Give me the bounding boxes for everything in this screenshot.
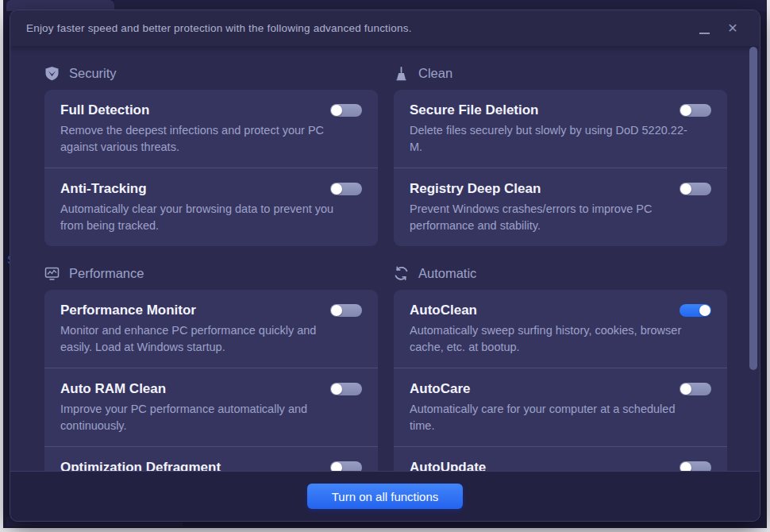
section-title: Security [69, 66, 117, 81]
toggle-knob [680, 105, 691, 116]
toggle-knob [331, 384, 342, 395]
function-description: Automatically care for your computer at … [410, 401, 695, 434]
function-toggle[interactable] [680, 383, 711, 395]
function-toggle[interactable] [680, 304, 711, 317]
section-card: AutoClean Automatically sweep surfing hi… [394, 290, 727, 471]
function-toggle[interactable] [680, 183, 711, 195]
section-security: Security Full Detection Remove the deepe… [44, 46, 378, 246]
toggle-knob [680, 462, 691, 471]
section-title: Performance [69, 266, 144, 281]
function-toggle[interactable] [330, 183, 362, 195]
function-name: Secure File Deletion [410, 101, 670, 120]
function-item: Full Detection Remove the deepest infect… [44, 90, 378, 168]
function-description: Delete files securely but slowly by usin… [410, 122, 695, 156]
toggle-knob [680, 384, 691, 395]
broom-icon [394, 66, 409, 81]
function-description: Automatically sweep surfing history, coo… [410, 322, 695, 356]
toggle-knob [331, 462, 342, 471]
toggle-knob [680, 183, 691, 195]
function-toggle[interactable] [680, 104, 711, 117]
function-item: AutoCare Automatically care for your com… [394, 368, 727, 446]
function-name: Full Detection [60, 101, 321, 120]
dialog-titlebar: Enjoy faster speed and better protection… [10, 10, 760, 46]
function-name: Anti-Tracking [60, 179, 321, 199]
function-item: Anti-Tracking Automatically clear your b… [44, 168, 378, 246]
function-description: Remove the deepest infections and protec… [60, 122, 346, 156]
dialog-content: Security Full Detection Remove the deepe… [10, 46, 760, 471]
section-card: Performance Monitor Monitor and enhance … [44, 290, 378, 471]
function-item: Secure File Deletion Delete files secure… [394, 90, 727, 168]
performance-icon [44, 266, 60, 281]
section-card: Full Detection Remove the deepest infect… [44, 90, 378, 246]
function-toggle[interactable] [330, 461, 362, 471]
section-title: Automatic [418, 266, 476, 281]
function-toggle[interactable] [330, 304, 362, 317]
toggle-knob [331, 105, 342, 116]
function-name: Registry Deep Clean [410, 179, 670, 199]
dialog-footer: Turn on all functions [10, 471, 760, 521]
function-item: AutoClean Automatically sweep surfing hi… [394, 290, 727, 368]
advanced-functions-dialog: Enjoy faster speed and better protection… [10, 10, 760, 522]
function-toggle[interactable] [330, 104, 362, 117]
section-automatic: Automatic AutoClean Automatically sweep … [394, 246, 727, 471]
function-item: Registry Deep Clean Prevent Windows cras… [394, 168, 727, 246]
dialog-title: Enjoy faster speed and better protection… [26, 22, 412, 34]
function-item: Auto RAM Clean Improve your PC performan… [44, 368, 378, 446]
function-item: Performance Monitor Monitor and enhance … [44, 290, 378, 368]
function-name: AutoClean [410, 301, 670, 320]
minimize-icon [699, 33, 710, 34]
section-header: Automatic [394, 264, 727, 283]
function-description: Monitor and enhance PC performance quick… [60, 322, 346, 356]
function-description: Automatically clear your browsing data t… [60, 201, 346, 234]
function-toggle[interactable] [330, 383, 362, 395]
function-name: Optimization Defragment [60, 458, 321, 471]
function-toggle[interactable] [680, 461, 711, 471]
section-card: Secure File Deletion Delete files secure… [394, 90, 727, 246]
turn-on-all-functions-button[interactable]: Turn on all functions [307, 484, 463, 509]
function-name: AutoCare [410, 380, 670, 399]
minimize-button[interactable] [693, 17, 715, 40]
section-performance: Performance Performance Monitor Monitor … [44, 246, 378, 471]
function-item: Optimization Defragment [44, 446, 378, 471]
vertical-scrollbar[interactable] [749, 47, 757, 370]
toggle-knob [699, 305, 710, 316]
section-header: Performance [44, 264, 378, 283]
refresh-icon [394, 266, 409, 281]
shield-icon [44, 66, 60, 81]
toggle-knob [331, 183, 342, 195]
function-name: Performance Monitor [60, 301, 321, 320]
section-clean: Clean Secure File Deletion Delete files … [394, 46, 727, 246]
section-header: Clean [394, 64, 727, 83]
section-header: Security [44, 64, 378, 83]
function-description: Prevent Windows crashes/errors to improv… [410, 201, 695, 234]
section-title: Clean [418, 66, 452, 81]
sections-grid: Security Full Detection Remove the deepe… [44, 46, 726, 471]
function-name: AutoUpdate [410, 458, 670, 471]
close-button[interactable]: ✕ [722, 17, 744, 40]
function-name: Auto RAM Clean [60, 380, 321, 399]
toggle-knob [331, 305, 342, 316]
function-description: Improve your PC performance automaticall… [60, 401, 346, 434]
function-item: AutoUpdate [394, 446, 727, 471]
